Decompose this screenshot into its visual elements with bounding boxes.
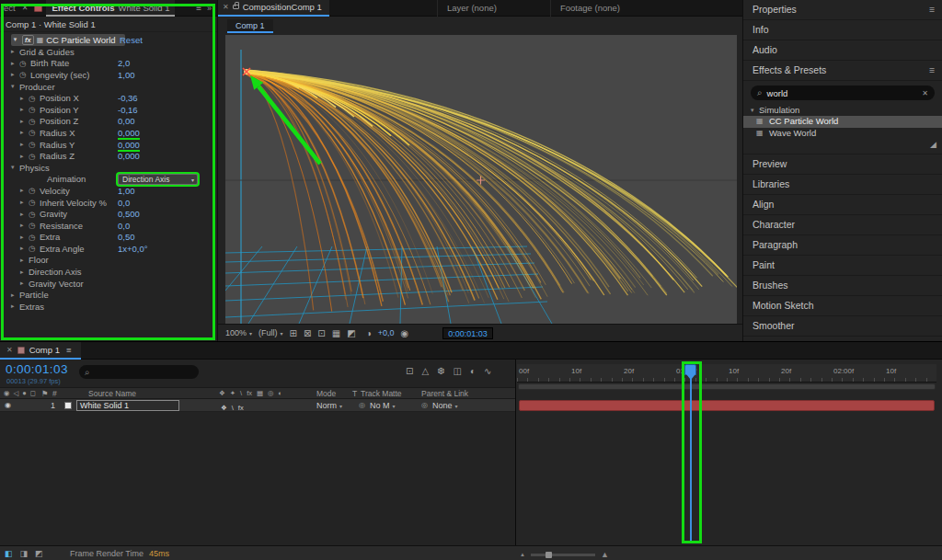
property-value[interactable]: 0,000 (118, 128, 140, 138)
stopwatch-icon[interactable]: ◷ (29, 233, 40, 242)
stopwatch-icon[interactable]: ◷ (29, 117, 40, 126)
property-value[interactable]: 1,00 (118, 186, 135, 196)
property-value[interactable]: 0,000 (118, 151, 140, 161)
close-panel-icon[interactable]: ✕ (19, 4, 31, 12)
project-tab-fragment[interactable]: ect (0, 3, 19, 13)
twirl-icon[interactable]: ▸ (20, 234, 29, 241)
twirl-icon[interactable]: ▸ (20, 129, 29, 136)
fx-badge-icon[interactable]: fx (22, 35, 34, 45)
magnification-select[interactable]: 100%▾ (225, 328, 252, 337)
timeline-tab[interactable]: ✕ Comp 1 ≡ (0, 342, 81, 360)
preset-item-cc-particle-world[interactable]: ▦CC Particle World (743, 116, 942, 128)
twirl-icon[interactable]: ▸ (20, 222, 29, 229)
twirl-icon[interactable]: ▾ (11, 83, 19, 90)
draft-3d-icon[interactable]: △ (421, 366, 429, 376)
motion-blur-icon[interactable]: ◐ (470, 366, 476, 376)
resolution-select[interactable]: (Full)▾ (258, 328, 283, 337)
panel-tab-brushes[interactable]: Brushes (743, 276, 942, 296)
parent-pickwhip-icon[interactable]: ◎ (421, 399, 428, 412)
stopwatch-icon[interactable]: ◷ (29, 94, 40, 103)
audio-column-icon[interactable]: ◁ (14, 388, 19, 399)
stopwatch-icon[interactable]: ◷ (29, 140, 40, 149)
parent-link-column-header[interactable]: Parent & Link (421, 388, 468, 399)
panel-tab-audio[interactable]: Audio (743, 40, 942, 61)
effects-search-input[interactable]: ⌕world✕ (751, 86, 935, 100)
stopwatch-icon[interactable]: ◷ (29, 198, 40, 207)
layer-tab[interactable]: Layer (none) (437, 0, 506, 17)
t-column-header[interactable]: T (352, 388, 357, 399)
switch-column-icon-3[interactable]: fx (247, 388, 252, 399)
timeline-track-area[interactable]: 00f10f20f01:00f10f20f02:00f10f (515, 360, 942, 545)
panel-tab-smoother[interactable]: Smoother (743, 316, 942, 337)
layer-visibility-icon[interactable]: ◉ (5, 399, 11, 412)
effect-row-position-y[interactable]: ▸◷Position Y-0,16 (0, 104, 217, 116)
stopwatch-icon[interactable]: ◷ (29, 152, 40, 161)
blend-mode-select[interactable]: Norm▾ (316, 399, 342, 413)
panel-tab-motion-sketch[interactable]: Motion Sketch (743, 296, 942, 316)
twirl-icon[interactable]: ▸ (20, 199, 29, 206)
panel-tab-properties[interactable]: Properties≡ (743, 0, 942, 20)
zoom-in-icon[interactable]: ▲ (601, 550, 609, 559)
effect-row-direction-axis[interactable]: ▸Direction Axis (0, 266, 217, 278)
animation-dropdown[interactable]: Direction Axis▾ (118, 174, 198, 185)
layer-switch-icon-2[interactable]: fx (238, 402, 244, 415)
label-column-icon[interactable]: ⚑ (41, 388, 49, 399)
track-matte-column-header[interactable]: Track Matte (361, 388, 402, 399)
effect-row-radius-x[interactable]: ▸◷Radius X0,000 (0, 127, 217, 139)
timeline-ruler[interactable]: 00f10f20f01:00f10f20f02:00f10f (517, 364, 936, 383)
snapshot-camera-icon[interactable]: ◉ (400, 328, 408, 338)
switch-column-icon-4[interactable]: ▦ (257, 388, 263, 399)
panel-tab-character[interactable]: Character (743, 215, 942, 235)
composition-tab[interactable]: ✕ Composition Comp 1 (218, 0, 329, 17)
toggle-layer-switches-icon[interactable]: ◧ (5, 549, 13, 558)
stopwatch-icon[interactable]: ◷ (19, 59, 30, 68)
twirl-icon[interactable]: ▾ (11, 164, 19, 171)
effect-row-inherit-velocity[interactable]: ▸◷Inherit Velocity %0,0 (0, 197, 217, 209)
effect-row-floor[interactable]: ▸Floor (0, 255, 217, 267)
effect-row-resistance[interactable]: ▸◷Resistance0,0 (0, 220, 217, 232)
clear-search-icon[interactable]: ✕ (922, 89, 928, 97)
solo-column-icon[interactable]: ● (22, 388, 27, 399)
layer-switch-icon-1[interactable]: \ (232, 402, 234, 415)
layer-row[interactable]: ◉ 1 White Solid 1 ❖\fx Norm▾ ◎ No M▾ ◎ N… (0, 399, 515, 412)
comp-timecode[interactable]: 0:00:01:03 (442, 327, 493, 339)
effect-row-extra-angle[interactable]: ▸◷Extra Angle1x+0,0° (0, 243, 217, 255)
exposure-control[interactable]: ◑+0,0 (366, 328, 395, 338)
property-value[interactable]: 1,00 (118, 70, 135, 80)
effect-row-animation[interactable]: AnimationDirection Axis▾ (0, 174, 217, 186)
panel-tab-paragraph[interactable]: Paragraph (743, 235, 942, 256)
effect-selection[interactable]: ▾ fx ▦ CC Particle World (11, 34, 125, 46)
panel-tab-libraries[interactable]: Libraries (743, 175, 942, 195)
switch-column-icon-6[interactable]: ◐ (279, 388, 283, 399)
switch-column-icon-1[interactable]: ✦ (230, 388, 236, 399)
property-value[interactable]: 0,0 (118, 221, 130, 231)
effect-row-extra[interactable]: ▸◷Extra0,50 (0, 232, 217, 244)
panel-tab-align[interactable]: Align (743, 195, 942, 215)
effect-controls-tab[interactable]: Effect ControlsWhite Solid 1 (46, 0, 175, 17)
effect-row-velocity[interactable]: ▸◷Velocity1,00 (0, 185, 217, 197)
zoom-out-icon[interactable]: ▲ (520, 552, 525, 557)
panel-tab-preview[interactable]: Preview (743, 154, 942, 175)
switch-column-icon-0[interactable]: ❖ (219, 388, 225, 399)
transparency-grid-icon[interactable]: ⊞ (290, 328, 297, 338)
number-column-header[interactable]: # (52, 388, 57, 399)
panel-tab-effects-presets[interactable]: Effects & Presets≡ (743, 61, 942, 81)
twirl-icon[interactable]: ▸ (11, 48, 19, 55)
effect-row-radius-y[interactable]: ▸◷Radius Y0,000 (0, 139, 217, 151)
twirl-icon[interactable]: ▸ (20, 269, 29, 276)
twirl-icon[interactable]: ▸ (11, 71, 19, 78)
switch-column-icon-5[interactable]: ◎ (268, 388, 274, 399)
effect-row-gravity-vector[interactable]: ▸Gravity Vector (0, 278, 217, 290)
stopwatch-icon[interactable]: ◷ (29, 105, 40, 114)
close-tab-icon[interactable]: ✕ (223, 3, 229, 11)
twirl-icon[interactable]: ▸ (11, 60, 19, 67)
property-value[interactable]: 0,0 (118, 198, 130, 208)
layer-duration-bar[interactable] (519, 400, 935, 411)
property-value[interactable]: 2,0 (118, 58, 130, 68)
stopwatch-icon[interactable]: ◷ (29, 128, 40, 137)
region-of-interest-icon[interactable]: ⊡ (317, 328, 325, 338)
zoom-slider[interactable] (531, 554, 595, 556)
source-name-column-header[interactable]: Source Name (88, 388, 136, 399)
twirl-icon[interactable]: ▸ (20, 187, 29, 194)
toggle-transfer-controls-icon[interactable]: ◨ (20, 549, 29, 558)
